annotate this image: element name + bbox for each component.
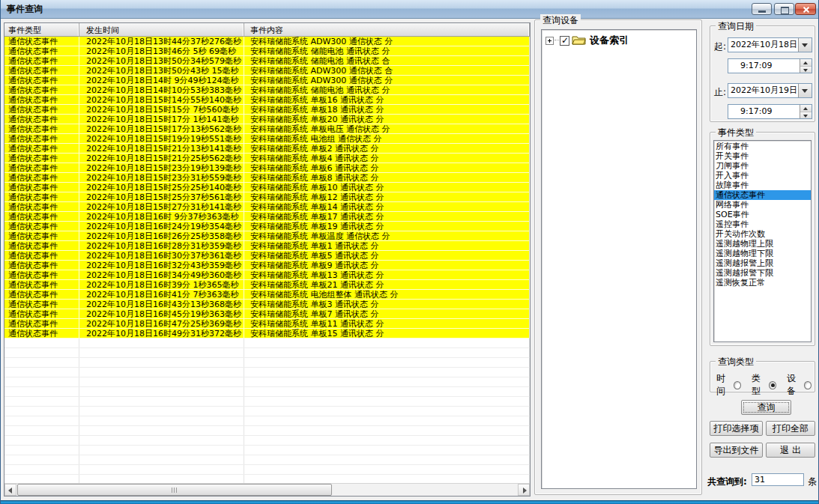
radio-icon[interactable] xyxy=(804,381,812,389)
event-type-item[interactable]: 遥测越报警上限 xyxy=(714,258,811,268)
query-button[interactable]: 查询 xyxy=(741,400,791,415)
column-header-content[interactable]: 事件内容 xyxy=(244,23,530,36)
exit-button[interactable]: 退 出 xyxy=(766,443,815,458)
scroll-left-button[interactable] xyxy=(4,484,16,496)
event-type-item[interactable]: 开关事件 xyxy=(714,151,811,161)
spinner-down-icon[interactable] xyxy=(800,67,812,73)
table-cell xyxy=(244,475,530,483)
table-row[interactable]: 通信状态事件2022年10月18日16时32分43秒359毫秒安科瑞储能系统 单… xyxy=(4,261,530,270)
event-type-item[interactable]: 通信状态事件 xyxy=(714,190,811,200)
combo-arrow-icon[interactable] xyxy=(798,84,812,97)
table-row[interactable]: 通信状态事件2022年10月18日16时47分25秒369毫秒安科瑞储能系统 单… xyxy=(4,319,530,329)
event-type-item[interactable]: 遥测越物理上限 xyxy=(714,239,811,249)
event-type-list[interactable]: 所有事件开关事件刀闸事件开入事件故障事件通信状态事件网络事件SOE事件遥控事件开… xyxy=(713,140,812,342)
table-cell xyxy=(244,455,530,464)
table-row[interactable]: 通信状态事件2022年10月18日16时43分13秒368毫秒安科瑞储能系统 单… xyxy=(4,300,530,309)
device-index-checkbox[interactable] xyxy=(560,36,569,46)
table-cell: 安科瑞储能系统 单板19 通讯状态 分 xyxy=(244,222,530,231)
event-type-item[interactable]: SOE事件 xyxy=(714,210,811,219)
table-cell xyxy=(79,465,244,474)
table-row[interactable]: 通信状态事件2022年10月18日15时23分31秒559毫秒安科瑞储能系统 单… xyxy=(4,173,530,183)
from-time-spinner[interactable]: 9:17:09 xyxy=(728,58,812,73)
event-type-panel: 事件类型 所有事件开关事件刀闸事件开入事件故障事件通信状态事件网络事件SOE事件… xyxy=(710,132,815,346)
minimize-button[interactable] xyxy=(752,3,772,15)
table-row[interactable]: 通信状态事件2022年10月18日15时21分25秒562毫秒安科瑞储能系统 单… xyxy=(4,154,530,163)
table-row[interactable]: 通信状态事件2022年10月18日15时25分25秒140毫秒安科瑞储能系统 单… xyxy=(4,183,530,192)
table-row[interactable]: 通信状态事件2022年10月18日16时24分19秒354毫秒安科瑞储能系统 单… xyxy=(4,222,530,231)
table-cell: 安科瑞储能系统 单板9 通讯状态 分 xyxy=(244,261,530,270)
close-button[interactable] xyxy=(795,3,816,15)
table-row[interactable]: 通信状态事件2022年10月18日16时39分 1秒365毫秒安科瑞储能系统 单… xyxy=(4,280,530,290)
table-row[interactable]: 通信状态事件2022年10月18日15时15分 7秒560毫秒安科瑞储能系统 单… xyxy=(4,105,530,115)
spinner-up-icon[interactable] xyxy=(800,105,812,112)
tree-expand-icon[interactable] xyxy=(546,37,554,45)
spinner-up-icon[interactable] xyxy=(800,59,812,67)
table-row[interactable]: 通信状态事件2022年10月18日13时50分43秒 15毫秒安科瑞储能系统 A… xyxy=(4,66,530,76)
table-row[interactable]: 通信状态事件2022年10月18日15时23分19秒139毫秒安科瑞储能系统 单… xyxy=(4,163,530,173)
table-row[interactable]: 通信状态事件2022年10月18日16时 9分37秒363毫秒安科瑞储能系统 单… xyxy=(4,212,530,222)
scrollbar-thumb[interactable] xyxy=(17,484,332,496)
to-date-combobox[interactable]: 2022年10月19日 xyxy=(728,83,812,98)
result-count-field[interactable]: 31 xyxy=(752,473,804,486)
export-to-file-button[interactable]: 导出到文件 xyxy=(710,443,763,458)
column-header-time[interactable]: 发生时间 xyxy=(79,23,244,36)
event-type-item[interactable]: 遥控事件 xyxy=(714,219,811,229)
table-cell: 安科瑞储能系统 单板14 通讯状态 分 xyxy=(244,202,530,211)
table-row[interactable]: 通信状态事件2022年10月18日15时14分55秒140毫秒安科瑞储能系统 单… xyxy=(4,95,530,105)
device-panel-title: 查询设备 xyxy=(540,14,581,27)
combo-arrow-icon[interactable] xyxy=(798,38,812,52)
radio-icon[interactable] xyxy=(769,381,776,389)
event-type-item[interactable]: 所有事件 xyxy=(714,142,811,151)
table-row[interactable]: 通信状态事件2022年10月18日16时45分19秒363毫秒安科瑞储能系统 单… xyxy=(4,309,530,319)
from-date-value: 2022年10月18日 xyxy=(728,38,798,52)
query-type-option[interactable]: 类型 xyxy=(752,372,776,398)
device-tree-root[interactable]: 设备索引 xyxy=(546,34,696,46)
table-row[interactable]: 通信状态事件2022年10月18日14时10分53秒383毫秒安科瑞储能系统 储… xyxy=(4,85,530,95)
event-type-item[interactable]: 故障事件 xyxy=(714,180,811,190)
table-row[interactable]: 通信状态事件2022年10月18日16时26分25秒358毫秒安科瑞储能系统 单… xyxy=(4,231,530,241)
print-all-button[interactable]: 打印全部 xyxy=(766,421,815,436)
table-row[interactable]: 通信状态事件2022年10月18日13时44分37秒276毫秒安科瑞储能系统 A… xyxy=(4,37,530,46)
table-cell xyxy=(4,358,79,367)
table-row[interactable]: 通信状态事件2022年10月18日16时41分 7秒363毫秒安科瑞储能系统 电… xyxy=(4,290,530,300)
column-header-event-type[interactable]: 事件类型 xyxy=(4,23,79,36)
table-row[interactable]: 通信状态事件2022年10月18日15时27分31秒141毫秒安科瑞储能系统 单… xyxy=(4,202,530,212)
table-row[interactable]: 通信状态事件2022年10月18日16时30分37秒361毫秒安科瑞储能系统 单… xyxy=(4,251,530,261)
maximize-button[interactable] xyxy=(774,3,794,15)
table-row[interactable]: 通信状态事件2022年10月18日13时46分 5秒 69毫秒安科瑞储能系统 储… xyxy=(4,46,530,56)
event-type-item[interactable]: 刀闸事件 xyxy=(714,161,811,171)
print-selected-button[interactable]: 打印选择项 xyxy=(710,421,763,436)
scrollbar-track[interactable] xyxy=(16,484,518,496)
event-type-item[interactable]: 开关动作次数 xyxy=(714,229,811,239)
query-type-option[interactable]: 时间 xyxy=(716,372,741,398)
table-row[interactable]: 通信状态事件2022年10月18日16时28分31秒359毫秒安科瑞储能系统 单… xyxy=(4,241,530,251)
table-cell: 2022年10月18日16时41分 7秒363毫秒 xyxy=(79,290,244,299)
window: 事件查询 事件类型 发生时间 事件内容 通信状态事件2022年10月18日13时… xyxy=(0,0,819,504)
table-row[interactable]: 通信状态事件2022年10月18日14时 9分49秒124毫秒安科瑞储能系统 A… xyxy=(4,76,530,85)
table-row[interactable]: 通信状态事件2022年10月18日15时19分19秒551毫秒安科瑞储能系统 电… xyxy=(4,134,530,144)
event-type-item[interactable]: 遥测恢复正常 xyxy=(714,278,811,288)
event-type-item[interactable]: 遥测越报警下限 xyxy=(714,268,811,278)
table-row[interactable]: 通信状态事件2022年10月18日13时50分34秒579毫秒安科瑞储能系统 储… xyxy=(4,56,530,66)
event-type-item[interactable]: 网络事件 xyxy=(714,200,811,210)
table-row[interactable]: 通信状态事件2022年10月18日16时34分49秒360毫秒安科瑞储能系统 单… xyxy=(4,270,530,280)
table-cell xyxy=(4,436,79,445)
table-cell xyxy=(79,358,244,367)
table-row[interactable]: 通信状态事件2022年10月18日15时17分 1秒141毫秒安科瑞储能系统 单… xyxy=(4,115,530,124)
spinner-down-icon[interactable] xyxy=(800,112,812,119)
table-row[interactable]: 通信状态事件2022年10月18日15时25分37秒561毫秒安科瑞储能系统 单… xyxy=(4,192,530,202)
scroll-right-button[interactable] xyxy=(518,484,530,496)
table-row[interactable]: 通信状态事件2022年10月18日15时17分13秒562毫秒安科瑞储能系统 单… xyxy=(4,124,530,134)
table-row[interactable]: 通信状态事件2022年10月18日15时21分13秒141毫秒安科瑞储能系统 单… xyxy=(4,144,530,154)
event-type-item[interactable]: 遥测越物理下限 xyxy=(714,249,811,258)
from-date-combobox[interactable]: 2022年10月18日 xyxy=(728,37,812,52)
titlebar[interactable]: 事件查询 xyxy=(1,0,818,19)
table-cell: 安科瑞储能系统 单板11 通讯状态 分 xyxy=(244,319,530,328)
to-time-spinner[interactable]: 9:17:09 xyxy=(728,104,812,119)
query-type-option[interactable]: 设备 xyxy=(787,372,812,398)
table-empty-row xyxy=(4,475,530,483)
radio-icon[interactable] xyxy=(734,381,741,389)
horizontal-scrollbar[interactable] xyxy=(4,483,530,496)
event-type-item[interactable]: 开入事件 xyxy=(714,171,811,180)
table-row[interactable]: 通信状态事件2022年10月18日16时49分31秒372毫秒安科瑞储能系统 单… xyxy=(4,329,530,338)
